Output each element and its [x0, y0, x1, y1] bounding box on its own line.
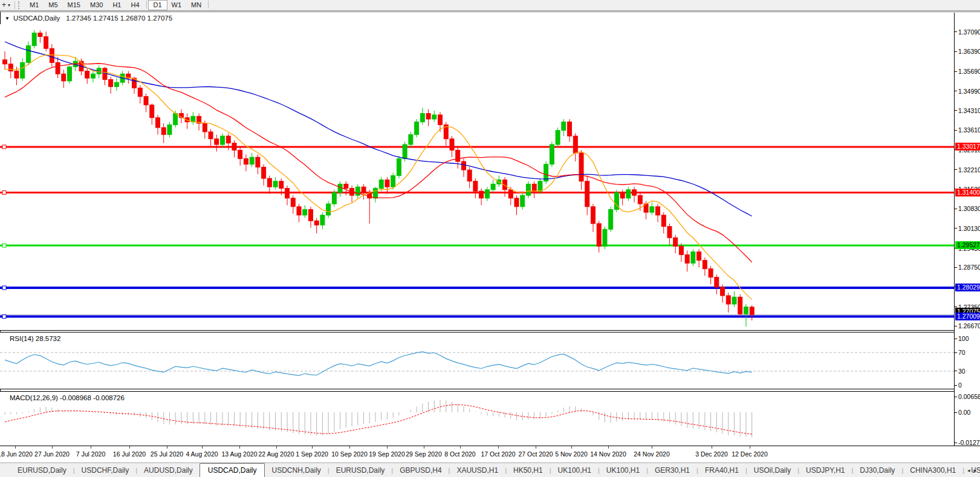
date-tick [52, 446, 53, 449]
date-tick [91, 446, 91, 449]
tab-china300-h1[interactable]: CHINA300,H1 [903, 463, 962, 477]
price-tick-1.30130: 1.30130 [955, 224, 980, 232]
timeframe-buttons-group: M1M5M15M30H1H4D1W1MN [25, 1, 210, 10]
date-label-14-nov-2020: 14 Nov 2020 [590, 450, 626, 458]
rsi-indicator-pane[interactable] [0, 333, 954, 389]
date-tick [571, 446, 572, 449]
price-tick-1.35690: 1.35690 [955, 68, 980, 76]
hline-price-label-1.33017: 1.33017 [955, 143, 980, 151]
date-label-22-aug-2020: 22 Aug 2020 [259, 450, 294, 458]
line-anchor-square[interactable] [2, 315, 6, 319]
timeframe-button-d1[interactable]: D1 [149, 1, 167, 10]
rsi-tick-0: 0 [955, 381, 962, 389]
date-label-24-nov-2020: 24 Nov 2020 [634, 450, 670, 458]
line-anchor-square[interactable] [2, 190, 6, 194]
tab-uk100-h1[interactable]: UK100,H1 [600, 463, 646, 477]
tab-scroll-left-icon[interactable]: ◂ [967, 467, 970, 473]
date-label-5-nov-2020: 5 Nov 2020 [555, 450, 588, 458]
tab-audusd-daily[interactable]: AUDUSD,Daily [137, 463, 200, 477]
date-label-17-oct-2020: 17 Oct 2020 [481, 450, 515, 458]
rsi-indicator-label: RSI(14) 28.5732 [10, 335, 60, 342]
tab-xauusd-h1[interactable]: XAUUSD,H1 [450, 463, 505, 477]
timeframe-button-m15[interactable]: M15 [63, 1, 85, 10]
date-label-18-jun-2020: 18 Jun 2020 [0, 450, 33, 458]
date-tick [202, 446, 203, 449]
chart-ohlc-values: 1.27345 1.27415 1.26870 1.27075 [66, 15, 172, 22]
date-tick [608, 446, 609, 449]
price-tick-1.33610: 1.33610 [955, 126, 980, 134]
hline-price-label-1.28029: 1.28029 [955, 284, 980, 291]
macd-tick-0-012758: -0.012758 [955, 439, 980, 447]
rsi-tick-30: 30 [955, 367, 965, 375]
macd-indicator-pane[interactable] [0, 392, 954, 446]
ma-mid-line [5, 63, 752, 262]
chart-collapse-icon[interactable]: ▼ [5, 16, 10, 21]
timeframe-button-m5[interactable]: M5 [44, 1, 62, 10]
tab-gbpusd-h4[interactable]: GBPUSD,H4 [393, 463, 448, 477]
date-tick [276, 446, 277, 449]
line-anchor-square[interactable] [2, 145, 6, 149]
tab-hk50-h1[interactable]: HK50,H1 [507, 463, 550, 477]
pane-separator[interactable] [0, 330, 980, 331]
macd-tick-0-00: 0.00 [955, 409, 970, 417]
date-axis[interactable]: 18 Jun 202027 Jun 20207 Jul 202016 Jul 2… [0, 446, 954, 462]
date-label-3-dec-2020: 3 Dec 2020 [695, 450, 728, 458]
date-label-27-oct-2020: 27 Oct 2020 [518, 450, 553, 458]
price-tick-1.26670: 1.26670 [955, 322, 980, 330]
tab-eurusd-daily[interactable]: EURUSD,Daily [329, 463, 392, 477]
timeframe-button-mn[interactable]: MN [186, 1, 206, 10]
tab-dj30-daily[interactable]: DJ30,Daily [853, 463, 901, 477]
tab-uk100-h1[interactable]: UK100,H1 [551, 463, 598, 477]
hline-price-label-1.29527: 1.29527 [955, 241, 980, 249]
price-axis[interactable]: 1.370901.363901.356901.349901.343101.336… [954, 13, 980, 446]
date-label-12-dec-2020: 12 Dec 2020 [732, 450, 768, 458]
tab-fra40-h1[interactable]: FRA40,H1 [698, 463, 745, 477]
date-label-25-jul-2020: 25 Jul 2020 [151, 450, 183, 458]
cursor-tool-icon[interactable]: + [0, 1, 8, 10]
macd-histogram [5, 400, 752, 437]
date-label-19-sep-2020: 19 Sep 2020 [369, 450, 405, 458]
timeframe-button-m30[interactable]: M30 [85, 1, 108, 10]
date-label-8-oct-2020: 8 Oct 2020 [444, 450, 475, 458]
line-anchor-square[interactable] [2, 244, 6, 247]
timeframe-button-w1[interactable]: W1 [167, 1, 187, 10]
date-tick [387, 446, 388, 449]
price-tick-1.28750: 1.28750 [955, 264, 980, 271]
chart-tabs: EURUSD,Daily|USDCHF,Daily|AUDUSD,DailyUS… [11, 463, 980, 477]
date-label-1-sep-2020: 1 Sep 2020 [296, 450, 328, 458]
chart-symbol-label: USDCAD,Daily [13, 15, 60, 22]
timeframe-button-h4[interactable]: H4 [126, 1, 144, 10]
date-label-27-jun-2020: 27 Jun 2020 [34, 450, 70, 458]
toolbar-separator [15, 1, 15, 9]
price-tick-1.32210: 1.32210 [955, 166, 980, 174]
date-tick [460, 446, 461, 449]
date-tick [349, 446, 350, 449]
tab-usoil-daily[interactable]: USOil,Daily [747, 463, 797, 477]
timeframe-button-h1[interactable]: H1 [108, 1, 126, 10]
toolbar-separator [146, 1, 147, 8]
main-price-chart[interactable] [0, 24, 954, 330]
date-tick [424, 446, 424, 449]
rsi-tick-100: 100 [955, 335, 969, 343]
hline-price-label-1.31400: 1.31400 [955, 189, 980, 196]
toolbar-grip-handle[interactable] [18, 1, 22, 9]
chart-tab-bar: EURUSD,Daily|USDCHF,Daily|AUDUSD,DailyUS… [0, 462, 980, 477]
ma-fast-line [5, 55, 752, 300]
tab-usdchf-daily[interactable]: USDCHF,Daily [75, 463, 136, 477]
tab-ger30-h1[interactable]: GER30,H1 [648, 463, 696, 477]
tab-eurusd-daily[interactable]: EURUSD,Daily [11, 463, 73, 477]
tab-usdcnh-daily[interactable]: USDCNH,Daily [265, 463, 327, 477]
chart-window-top-border [0, 11, 980, 12]
tab-scroll-buttons: ◂ ▸ [965, 463, 978, 477]
line-anchor-square[interactable] [2, 286, 6, 290]
tab-scroll-right-icon[interactable]: ▸ [973, 467, 976, 473]
pane-separator[interactable] [0, 389, 980, 389]
cursor-tool-dropdown-icon[interactable]: ▾ [8, 2, 13, 8]
price-tick-1.36390: 1.36390 [955, 48, 980, 56]
date-label-29-sep-2020: 29 Sep 2020 [406, 450, 442, 458]
date-label-13-aug-2020: 13 Aug 2020 [222, 450, 258, 458]
tab-usdjpy-h1[interactable]: USDJPY,H1 [799, 463, 851, 477]
timeframe-button-m1[interactable]: M1 [25, 1, 44, 10]
tab-usdcad-daily[interactable]: USDCAD,Daily [200, 463, 265, 477]
hline-price-label-1.27009: 1.27009 [955, 313, 980, 320]
